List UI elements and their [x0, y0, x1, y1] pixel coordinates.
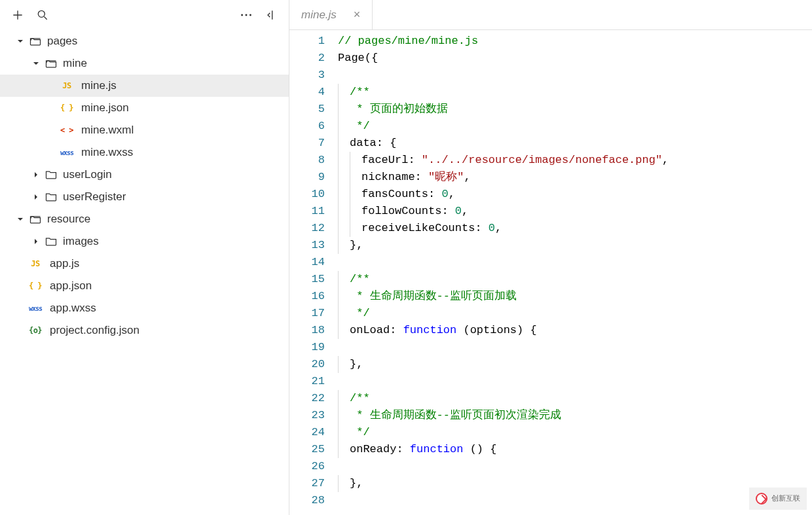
code-line[interactable] [338, 67, 812, 84]
code-line[interactable]: }, [338, 356, 812, 373]
line-gutter: 1234567891011121314151617181920212223242… [289, 30, 333, 515]
file-js-icon: JS [26, 259, 45, 268]
folder-open-icon [29, 35, 42, 48]
line-number: 1 [289, 33, 325, 50]
code-line[interactable] [338, 458, 812, 475]
code-line[interactable]: followCounts: 0, [338, 203, 812, 220]
line-number: 7 [289, 135, 325, 152]
file-wxss-icon: wxss [26, 305, 45, 312]
watermark-logo-icon [756, 493, 767, 505]
code-line[interactable]: /** [338, 84, 812, 101]
tree-file[interactable]: { }mine.json [0, 97, 289, 119]
collapse-panel-button[interactable] [259, 3, 284, 27]
code-line[interactable]: Page({ [338, 50, 812, 67]
chevron-right-icon[interactable] [30, 169, 42, 181]
folder-open-icon [29, 213, 42, 226]
editor-tabs: mine.js × [289, 0, 812, 30]
tree-item-label: project.config.json [50, 324, 139, 337]
line-number: 5 [289, 101, 325, 118]
code-line[interactable]: data: { [338, 135, 812, 152]
tree-file[interactable]: JSmine.js [0, 75, 289, 97]
chevron-down-icon[interactable] [14, 35, 26, 47]
tree-folder[interactable]: userLogin [0, 164, 289, 186]
line-number: 21 [289, 373, 325, 390]
line-number: 3 [289, 67, 325, 84]
code-line[interactable]: faceUrl: "../../resource/images/noneface… [338, 152, 812, 169]
line-number: 24 [289, 424, 325, 441]
tree-file[interactable]: wxssapp.wxss [0, 297, 289, 319]
tree-folder[interactable]: images [0, 230, 289, 253]
chevron-down-icon[interactable] [30, 58, 42, 69]
line-number: 9 [289, 169, 325, 186]
tree-file[interactable]: {o}project.config.json [0, 319, 289, 342]
more-button[interactable] [234, 3, 259, 27]
line-number: 6 [289, 118, 325, 135]
code-line[interactable]: */ [338, 118, 812, 135]
tree-folder[interactable]: pages [0, 30, 289, 52]
watermark: 创新互联 [749, 488, 807, 510]
line-number: 25 [289, 441, 325, 458]
file-wxml-icon: < > [58, 126, 76, 135]
code-line[interactable]: fansCounts: 0, [338, 186, 812, 203]
file-tree[interactable]: pagesmineJSmine.js{ }mine.json< >mine.wx… [0, 30, 289, 515]
tree-item-label: images [63, 235, 99, 248]
tree-file[interactable]: { }app.json [0, 275, 289, 297]
code-line[interactable]: receiveLikeCounts: 0, [338, 220, 812, 237]
code-line[interactable]: * 页面的初始数据 [338, 101, 812, 118]
new-file-button[interactable] [5, 3, 30, 27]
close-icon[interactable]: × [354, 8, 361, 22]
code-line[interactable] [338, 492, 812, 509]
folder-open-icon [45, 57, 58, 70]
tree-item-label: mine.wxss [81, 146, 133, 159]
line-number: 11 [289, 203, 325, 220]
tree-file[interactable]: wxssmine.wxss [0, 141, 289, 164]
tree-folder[interactable]: userRegister [0, 186, 289, 208]
code-line[interactable]: /** [338, 390, 812, 407]
tree-folder[interactable]: mine [0, 52, 289, 75]
line-number: 12 [289, 220, 325, 237]
collapse-icon [265, 9, 278, 22]
code-line[interactable]: }, [338, 475, 812, 492]
chevron-down-icon[interactable] [14, 213, 26, 225]
code-line[interactable]: // pages/mine/mine.js [338, 33, 812, 50]
chevron-right-icon[interactable] [30, 191, 42, 203]
line-number: 20 [289, 356, 325, 373]
line-number: 13 [289, 237, 325, 254]
svg-point-3 [249, 14, 251, 16]
tree-item-label: userLogin [63, 168, 112, 181]
code-line[interactable]: nickname: "昵称", [338, 169, 812, 186]
tree-folder[interactable]: resource [0, 208, 289, 230]
search-button[interactable] [30, 3, 55, 27]
line-number: 27 [289, 475, 325, 492]
line-number: 2 [289, 50, 325, 67]
code-line[interactable] [338, 339, 812, 356]
code-line[interactable]: /** [338, 271, 812, 288]
tab-label: mine.js [301, 9, 337, 22]
code-line[interactable]: onReady: function () { [338, 441, 812, 458]
line-number: 8 [289, 152, 325, 169]
code-line[interactable]: */ [338, 305, 812, 322]
tree-item-label: pages [47, 35, 77, 48]
search-icon [36, 9, 49, 22]
tree-item-label: mine.js [81, 79, 117, 92]
line-number: 22 [289, 390, 325, 407]
tree-file[interactable]: JSapp.js [0, 253, 289, 275]
folder-icon [45, 190, 58, 204]
chevron-right-icon[interactable] [30, 236, 42, 247]
code-body[interactable]: // pages/mine/mine.jsPage({/** * 页面的初始数据… [333, 30, 812, 515]
code-line[interactable] [338, 254, 812, 271]
svg-point-2 [246, 14, 248, 16]
code-line[interactable]: onLoad: function (options) { [338, 322, 812, 339]
code-line[interactable] [338, 373, 812, 390]
svg-point-0 [38, 10, 45, 17]
tree-item-label: userRegister [63, 190, 126, 204]
line-number: 23 [289, 407, 325, 424]
code-line[interactable]: }, [338, 237, 812, 254]
file-json-icon: { } [58, 103, 76, 113]
tab-mine-js[interactable]: mine.js × [289, 0, 373, 29]
tree-file[interactable]: < >mine.wxml [0, 119, 289, 141]
code-line[interactable]: * 生命周期函数--监听页面初次渲染完成 [338, 407, 812, 424]
code-line[interactable]: * 生命周期函数--监听页面加载 [338, 288, 812, 305]
file-wxss-icon: wxss [58, 149, 76, 156]
code-line[interactable]: */ [338, 424, 812, 441]
